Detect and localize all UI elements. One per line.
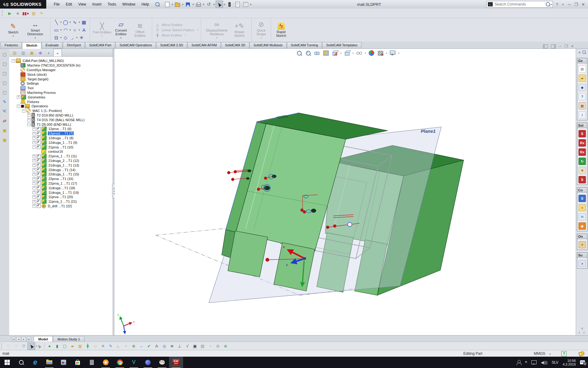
ellipse-button[interactable]: ○ <box>71 27 78 33</box>
tree-item[interactable]: +11druga ...T1 (18) <box>10 186 113 190</box>
help-icon[interactable]: ? <box>579 93 586 100</box>
operation-checkbox[interactable] <box>37 190 41 194</box>
property-tab-builder-icon[interactable]: S <box>579 130 586 137</box>
options-dropdown-icon[interactable]: ▾ <box>250 3 251 6</box>
tree-expander-plus[interactable]: + <box>32 155 36 158</box>
new-document-icon[interactable]: ▤ <box>579 65 586 73</box>
search-icon[interactable] <box>546 2 550 6</box>
smart-dimension-button[interactable]: ↔ Smart Dimension▾ <box>23 21 48 39</box>
doc-close-button[interactable]: ✕ <box>571 44 574 48</box>
section-header[interactable]: Ge <box>577 58 587 63</box>
spline-dropdown-icon[interactable]: ▾ <box>79 21 80 24</box>
search-commands-box[interactable]: >_ ▾ <box>486 1 553 8</box>
filter-reference-planes-button[interactable]: ◇ <box>92 343 99 350</box>
linear-sketch-pattern-dropdown-icon[interactable]: ▾ <box>197 29 198 31</box>
filter-surface-finish-symbols-button[interactable]: √ <box>183 343 191 350</box>
configuration-manager-tab[interactable]: ▣ <box>28 49 36 57</box>
line-dropdown-icon[interactable]: ▾ <box>60 21 62 24</box>
tree-item[interactable]: +22prva_1 ...T1 (17) <box>10 181 113 186</box>
tab-evaluate[interactable]: Evaluate <box>42 42 63 48</box>
operation-checkbox[interactable] <box>37 186 41 190</box>
tree-item[interactable]: +D_drill ...T1 (22) <box>10 204 113 209</box>
centerpoint-arc-button[interactable]: ◠ <box>62 27 69 33</box>
filter-faces-button[interactable]: ▢ <box>61 343 69 350</box>
clear-selection-filters-button[interactable]: ▽ <box>5 343 12 350</box>
operation-checkbox[interactable] <box>37 163 41 167</box>
operation-checkbox[interactable] <box>37 168 41 172</box>
save-button[interactable] <box>184 1 192 8</box>
zoom-to-fit-button[interactable] <box>296 50 303 56</box>
select-tool-button[interactable]: ▾ <box>28 343 35 350</box>
tree-expander-plus[interactable]: + <box>32 204 36 208</box>
operation-checkbox[interactable] <box>37 145 41 149</box>
copy-body-2-icon[interactable]: ▣ <box>2 137 8 143</box>
filter-datums-button[interactable]: ▣ <box>191 343 199 350</box>
minimize-button[interactable]: ─ <box>568 2 571 7</box>
view-cube-4-icon[interactable]: ▢ <box>2 80 8 86</box>
move-entities-button[interactable]: ╋Move Entities▾ <box>155 33 198 37</box>
open-document-dropdown-icon[interactable]: ▾ <box>182 3 183 6</box>
undo-button[interactable]: ↺ <box>205 1 213 8</box>
paint-taskbar-button[interactable] <box>155 357 169 368</box>
property-manager-tab[interactable]: ▥ <box>19 49 28 57</box>
chrome-taskbar-button[interactable] <box>113 357 127 368</box>
notification-center-icon[interactable]: 2 <box>580 360 585 364</box>
tree-item[interactable]: +21druga_1 ...T1 (13) <box>10 163 113 167</box>
menu-view[interactable]: View <box>75 1 89 8</box>
edit-sketch-icon[interactable]: ✎ <box>2 99 8 105</box>
tree-item[interactable]: +12druga_1 ...T1 (9) <box>10 140 113 145</box>
tree-expander-minus[interactable]: − <box>27 123 31 126</box>
section-header[interactable]: Sol <box>577 123 587 128</box>
view-settings-dropdown-icon[interactable]: ▾ <box>398 52 399 55</box>
filter-center-marks-button[interactable]: ⊕ <box>130 343 138 350</box>
display-delete-relations-button[interactable]: ∞ Display/Delete Relations▾ <box>204 21 230 39</box>
toolbar-grip[interactable] <box>1 343 3 349</box>
status-units-selector[interactable]: MMGS▴ <box>534 351 561 356</box>
settings-app-taskbar-button[interactable]: ✱ <box>99 357 113 368</box>
filter-midpoints-button[interactable]: • <box>122 343 130 350</box>
filter-sketches-button[interactable]: ✎ <box>107 343 115 350</box>
spline-button[interactable]: ∿ <box>71 19 78 26</box>
task-pane-scroll-lr-icon[interactable]: ‹ › <box>579 330 586 335</box>
tab-scroll-arrow-3[interactable]: ▸| <box>27 337 31 341</box>
record-pause-macro-button[interactable]: ▮▮● <box>22 10 29 16</box>
filter-vertices-button[interactable]: ● <box>46 343 53 350</box>
zoom-to-area-button[interactable] <box>305 50 311 56</box>
tree-expander-plus[interactable]: + <box>32 132 36 135</box>
search-dropdown-icon[interactable]: ▾ <box>551 3 552 6</box>
task-pane-scroll-down-icon[interactable]: ˅ <box>581 327 583 330</box>
operation-checkbox[interactable] <box>37 195 41 199</box>
language-indicator[interactable]: SLV <box>552 360 558 365</box>
antivirus-app-taskbar-button[interactable]: V <box>127 357 141 368</box>
tab-solidcam-multiaxis[interactable]: SolidCAM Multiaxis <box>250 42 287 48</box>
tree-expander-plus[interactable]: + <box>32 177 36 181</box>
plane-label[interactable]: Plane1 <box>421 128 435 134</box>
filter-sketch-points-button[interactable]: ✳ <box>99 343 107 350</box>
straight-slot-dropdown-icon[interactable]: ▾ <box>60 36 62 39</box>
tree-item[interactable]: −T1 D5.000 (END MILL) <box>10 122 113 127</box>
corner-rectangle-dropdown-icon[interactable]: ▾ <box>60 29 62 31</box>
menu-file[interactable]: File <box>51 1 62 8</box>
operation-checkbox[interactable] <box>37 136 41 140</box>
menu-help[interactable]: Help <box>138 1 152 8</box>
section-header[interactable]: Co <box>577 188 587 193</box>
tree-expander-minus[interactable]: − <box>12 59 15 63</box>
section-header[interactable]: Su <box>577 253 587 258</box>
performance-evaluation-icon[interactable]: ↻ <box>579 158 586 165</box>
hidden-icons-chevron[interactable]: ^ <box>525 360 527 365</box>
edit-appearance-button[interactable] <box>368 50 375 56</box>
operation-checkbox[interactable] <box>37 154 41 158</box>
circle-button[interactable]: ◯ <box>62 19 69 26</box>
new-document-button[interactable] <box>164 1 171 8</box>
tree-item[interactable]: Fixtures <box>10 99 113 104</box>
display-manager-tab[interactable]: ◐ <box>45 49 53 57</box>
operation-checkbox[interactable] <box>37 204 41 208</box>
view-cube-1-icon[interactable]: ▢ <box>2 51 8 57</box>
close-button[interactable]: ✕ <box>582 2 585 7</box>
stop-macro-button[interactable]: ■ <box>14 10 21 16</box>
tree-item[interactable]: +11prva ...T1 (20) <box>10 195 113 199</box>
straight-slot-button[interactable]: ⊟ <box>53 34 60 41</box>
menu-edit[interactable]: Edit <box>63 1 75 8</box>
tree-item[interactable]: contour16 <box>10 149 113 154</box>
filter-surface-bodies-button[interactable]: ▰ <box>69 343 76 350</box>
